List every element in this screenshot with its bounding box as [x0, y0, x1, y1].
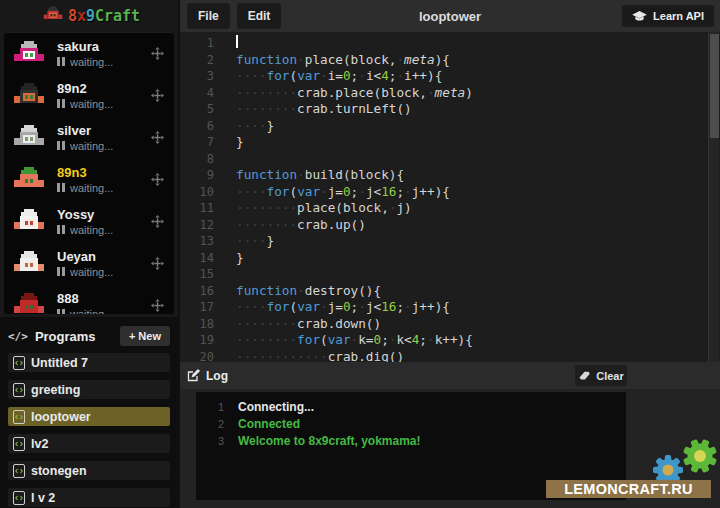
line-number: 13 [180, 233, 224, 250]
watermark-banner: LEMONCRAFT.RU [546, 480, 711, 498]
code-line[interactable]: 7} [180, 134, 720, 151]
move-handle-icon[interactable] [151, 89, 164, 102]
player-row[interactable]: Yossy waiting... [4, 200, 174, 242]
line-number: 4 [180, 85, 224, 102]
scrollbar-thumb[interactable] [710, 34, 719, 138]
code-line[interactable]: 6····} [180, 118, 720, 135]
player-row[interactable]: 89n2 waiting... [4, 74, 174, 116]
player-row[interactable]: 888 waiting... [4, 284, 174, 314]
player-name: 89n2 [57, 81, 113, 96]
pause-icon [57, 141, 65, 150]
code-line[interactable]: 19········for(var·k=0;·k<4;·k++){ [180, 332, 720, 349]
code-line[interactable]: 17····for(var·j=0;·j<16;·j++){ [180, 299, 720, 316]
program-name: looptower [31, 410, 91, 424]
programs-header: </> Programs + New [8, 324, 170, 348]
learn-api-button[interactable]: Learn API [622, 5, 714, 27]
player-row[interactable]: Ueyan waiting... [4, 242, 174, 284]
code-editor[interactable]: 12function·place(block,·meta){3····for(v… [180, 32, 720, 362]
code-lines: 12function·place(block,·meta){3····for(v… [180, 35, 720, 362]
script-file-icon [13, 464, 25, 478]
programs-panel: </> Programs + New Untitled 7 greeting l… [0, 317, 178, 508]
edit-menu-button[interactable]: Edit [237, 3, 282, 29]
player-status: waiting... [57, 140, 113, 152]
program-item[interactable]: looptower [8, 407, 170, 426]
line-number: 8 [180, 151, 224, 168]
program-name: l v 2 [31, 491, 55, 505]
code-line[interactable]: 3····for(var·i=0;·i<4;·i++){ [180, 68, 720, 85]
graduation-cap-icon [632, 11, 647, 22]
clear-log-button[interactable]: Clear [575, 365, 627, 386]
compose-icon [187, 369, 200, 382]
pause-icon [57, 57, 65, 66]
program-item[interactable]: Untitled 7 [8, 353, 170, 372]
code-icon: </> [8, 330, 28, 343]
code-line[interactable]: 1 [180, 35, 720, 52]
log-entry: 3Welcome to 8x9craft, yokmama! [196, 433, 626, 450]
move-handle-icon[interactable] [151, 131, 164, 144]
code-line[interactable]: 15 [180, 266, 720, 283]
player-status-text: waiting... [70, 56, 113, 68]
player-row[interactable]: 89n3 waiting... [4, 158, 174, 200]
program-name: Untitled 7 [31, 356, 88, 370]
file-menu-button[interactable]: File [187, 3, 230, 29]
program-item[interactable]: l v 2 [8, 488, 170, 507]
player-status-text: waiting... [70, 266, 113, 278]
code-line[interactable]: 5········crab.turnLeft() [180, 101, 720, 118]
pause-icon [57, 183, 65, 192]
code-line[interactable]: 18········crab.down() [180, 316, 720, 333]
log-entry: 2Connected [196, 416, 626, 433]
player-status: waiting... [57, 308, 113, 315]
code-line[interactable]: 8 [180, 151, 720, 168]
code-line[interactable]: 9function·build(block){ [180, 167, 720, 184]
player-status: waiting... [57, 224, 113, 236]
program-item[interactable]: stonegen [8, 461, 170, 480]
crab-logo-icon [44, 7, 63, 22]
player-info: 89n2 waiting... [57, 81, 113, 110]
move-handle-icon[interactable] [151, 215, 164, 228]
script-file-icon [13, 383, 25, 397]
line-number: 10 [180, 184, 224, 201]
player-list: sakura waiting... 89n2 waiting... [4, 32, 174, 314]
program-name: stonegen [31, 464, 87, 478]
script-file-icon [13, 437, 25, 451]
code-line[interactable]: 4········crab.place(block,·meta) [180, 85, 720, 102]
sidebar: 8x9Craft sakura waiting... 8 [0, 0, 180, 508]
player-name: Yossy [57, 207, 113, 222]
pause-icon [57, 267, 65, 276]
code-line[interactable]: 20············crab.dig() [180, 349, 720, 363]
log-message: Connecting... [238, 399, 314, 416]
new-program-button[interactable]: + New [120, 326, 170, 346]
player-status-text: waiting... [70, 308, 113, 315]
line-number: 14 [180, 250, 224, 267]
code-line[interactable]: 14} [180, 250, 720, 267]
player-row[interactable]: silver waiting... [4, 116, 174, 158]
eraser-icon [578, 371, 591, 381]
programs-title: Programs [35, 329, 96, 344]
code-line[interactable]: 12········crab.up() [180, 217, 720, 234]
code-line[interactable]: 10····for(var·j=0;·j<16;·j++){ [180, 184, 720, 201]
player-info: silver waiting... [57, 123, 113, 152]
move-handle-icon[interactable] [151, 257, 164, 270]
line-number: 15 [180, 266, 224, 283]
log-line-number: 1 [196, 399, 224, 416]
program-item[interactable]: lv2 [8, 434, 170, 453]
line-number: 17 [180, 299, 224, 316]
move-handle-icon[interactable] [151, 173, 164, 186]
player-info: Yossy waiting... [57, 207, 113, 236]
program-item[interactable]: greeting [8, 380, 170, 399]
code-line[interactable]: 16function·destroy(){ [180, 283, 720, 300]
code-line[interactable]: 13····} [180, 233, 720, 250]
log-line-number: 2 [196, 416, 224, 433]
script-file-icon [13, 410, 25, 424]
player-row[interactable]: sakura waiting... [4, 32, 174, 74]
editor-scrollbar[interactable] [708, 32, 719, 362]
line-number: 7 [180, 134, 224, 151]
log-title: Log [187, 369, 228, 383]
player-name: silver [57, 123, 113, 138]
move-handle-icon[interactable] [151, 47, 164, 60]
move-handle-icon[interactable] [151, 299, 164, 312]
menubar: File Edit looptower Learn API [180, 0, 720, 32]
code-line[interactable]: 2function·place(block,·meta){ [180, 52, 720, 69]
code-line[interactable]: 11········place(block,·j) [180, 200, 720, 217]
crab-avatar-icon [14, 293, 44, 314]
